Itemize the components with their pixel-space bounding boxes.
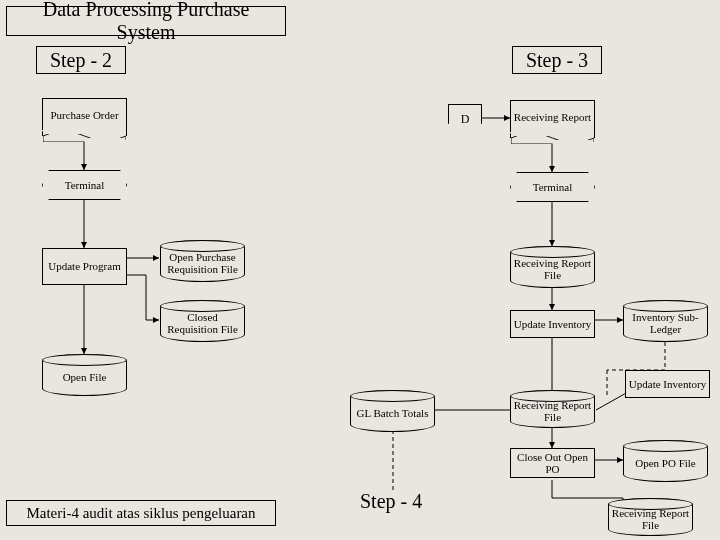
step-3-label: Step - 3 xyxy=(512,46,602,74)
cyl-open-purchase-req-file: Open Purchase Requisition File xyxy=(160,240,245,282)
proc-update-program: Update Program xyxy=(42,248,127,285)
cyl-receiving-report-file-1: Receiving Report File xyxy=(510,246,595,288)
cyl-open-file: Open File xyxy=(42,354,127,396)
proc-update-inventory-2: Update Inventory xyxy=(625,370,710,398)
connector-d: D xyxy=(448,104,482,134)
cyl-closed-req-file: Closed Requisition File xyxy=(160,300,245,342)
proc-update-inventory-1: Update Inventory xyxy=(510,310,595,338)
footer-caption: Materi-4 audit atas siklus pengeluaran xyxy=(6,500,276,526)
proc-close-out-open-po: Close Out Open PO xyxy=(510,448,595,478)
cyl-receiving-report-file-3: Receiving Report File xyxy=(608,498,693,536)
step-4-label: Step - 4 xyxy=(360,490,422,513)
cyl-inventory-sub-ledger: Inventory Sub-Ledger xyxy=(623,300,708,342)
title-text: Data Processing Purchase System xyxy=(15,0,277,44)
cyl-gl-batch-totals: GL Batch Totals xyxy=(350,390,435,432)
doc-purchase-order: Purchase Order xyxy=(42,98,127,136)
step-2-label: Step - 2 xyxy=(36,46,126,74)
doc-receiving-report: Receiving Report xyxy=(510,100,595,138)
terminal-right: Terminal xyxy=(510,172,595,202)
svg-line-23 xyxy=(596,392,628,410)
terminal-left: Terminal xyxy=(42,170,127,200)
cyl-open-po-file: Open PO File xyxy=(623,440,708,482)
cyl-receiving-report-file-2: Receiving Report File xyxy=(510,390,595,428)
page-title: Data Processing Purchase System xyxy=(6,6,286,36)
